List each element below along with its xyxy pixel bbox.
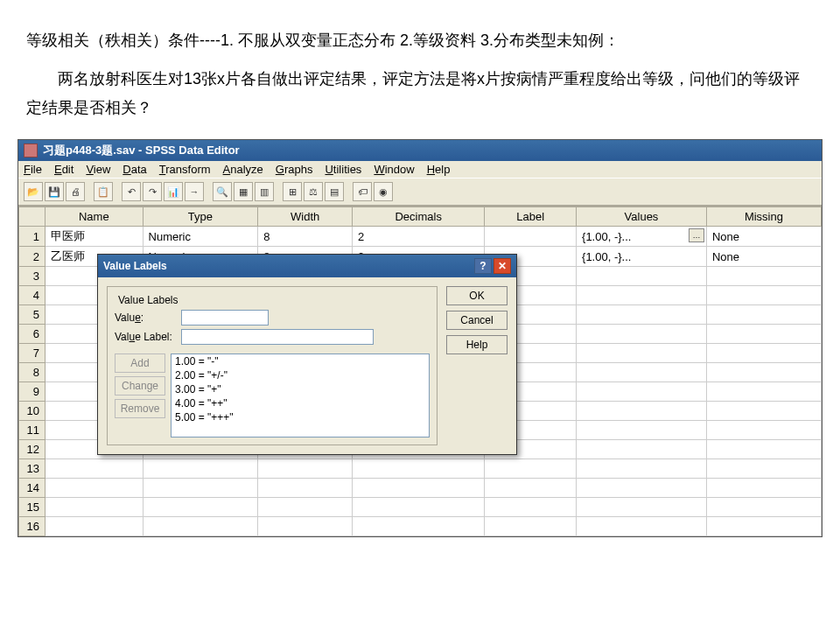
- remove-button[interactable]: Remove: [115, 399, 165, 418]
- row-header[interactable]: 5: [19, 305, 46, 325]
- row-header[interactable]: 4: [19, 286, 46, 305]
- col-decimals[interactable]: Decimals: [353, 207, 485, 227]
- cell-missing[interactable]: None: [706, 227, 821, 247]
- cell-decimals[interactable]: 2: [353, 227, 485, 247]
- cancel-button[interactable]: Cancel: [446, 311, 508, 330]
- row-header[interactable]: 2: [19, 247, 46, 267]
- value-label: Value:: [115, 312, 176, 324]
- ok-button[interactable]: OK: [446, 286, 508, 305]
- menu-file[interactable]: FFileile: [24, 163, 42, 176]
- save-icon[interactable]: 💾: [45, 182, 64, 201]
- menu-analyze[interactable]: Analyze: [223, 163, 263, 176]
- row-header[interactable]: 12: [19, 440, 46, 459]
- list-item[interactable]: 3.00 = "+": [172, 382, 429, 396]
- split-icon[interactable]: ⊞: [283, 182, 302, 201]
- col-name[interactable]: Name: [46, 207, 144, 227]
- list-item[interactable]: 4.00 = "++": [172, 396, 429, 410]
- spss-window: 习题p448-3题.sav - SPSS Data Editor FFileil…: [18, 139, 822, 537]
- list-item[interactable]: 1.00 = "-": [172, 354, 429, 368]
- cell-values[interactable]: {1.00, -}...…: [577, 227, 707, 247]
- row-header[interactable]: 13: [19, 459, 46, 479]
- cell-label[interactable]: [485, 227, 577, 247]
- insert-var-icon[interactable]: ▥: [255, 182, 274, 201]
- redo-icon[interactable]: ↷: [143, 182, 162, 201]
- chart-icon[interactable]: 📊: [164, 182, 183, 201]
- row-header[interactable]: 7: [19, 344, 46, 363]
- help-button[interactable]: Help: [446, 335, 508, 354]
- menubar[interactable]: FFileile Edit View Data Transform Analyz…: [18, 161, 822, 178]
- menu-transform[interactable]: Transform: [159, 163, 211, 176]
- list-item[interactable]: 5.00 = "+++": [172, 410, 429, 424]
- col-type[interactable]: Type: [143, 207, 258, 227]
- row-header[interactable]: 3: [19, 267, 46, 286]
- dialog-help-icon[interactable]: ?: [474, 258, 492, 274]
- toolbar: 📂 💾 🖨 📋 ↶ ↷ 📊 → 🔍 ▦ ▥ ⊞ ⚖ ▤ 🏷 ◉: [18, 178, 822, 206]
- row-header[interactable]: 16: [19, 517, 46, 536]
- cell-name[interactable]: 甲医师: [46, 227, 144, 247]
- change-button[interactable]: Change: [115, 376, 165, 396]
- corner-cell: [19, 207, 46, 227]
- undo-icon[interactable]: ↶: [122, 182, 141, 201]
- col-values[interactable]: Values: [577, 207, 707, 227]
- goto-icon[interactable]: →: [185, 182, 204, 201]
- menu-edit[interactable]: Edit: [54, 163, 74, 176]
- dialog-recall-icon[interactable]: 📋: [94, 182, 113, 201]
- row-header[interactable]: 1: [19, 227, 46, 247]
- dialog-title: Value Labels: [103, 260, 167, 272]
- add-button[interactable]: Add: [115, 354, 165, 373]
- app-icon: [24, 144, 38, 158]
- row-header[interactable]: 8: [19, 363, 46, 382]
- values-ellipsis-button[interactable]: …: [689, 228, 704, 242]
- cell-width[interactable]: 8: [258, 227, 353, 247]
- open-icon[interactable]: 📂: [24, 182, 43, 201]
- menu-graphs[interactable]: Graphs: [276, 163, 313, 176]
- intro-paragraph-1: 等级相关（秩相关）条件----1. 不服从双变量正态分布 2.等级资料 3.分布…: [26, 26, 814, 54]
- intro-paragraph-2: 两名放射科医生对13张x片各自做出评定结果，评定方法是将x片按病情严重程度给出等…: [26, 65, 814, 122]
- print-icon[interactable]: 🖨: [66, 182, 85, 201]
- row-header[interactable]: 14: [19, 479, 46, 498]
- insert-case-icon[interactable]: ▦: [234, 182, 253, 201]
- row-header[interactable]: 11: [19, 421, 46, 440]
- cell-missing[interactable]: None: [706, 247, 821, 267]
- cell-values[interactable]: {1.00, -}...: [577, 247, 707, 267]
- row-header[interactable]: 9: [19, 382, 46, 402]
- find-icon[interactable]: 🔍: [213, 182, 232, 201]
- value-listbox[interactable]: 1.00 = "-"2.00 = "+/-"3.00 = "+"4.00 = "…: [171, 354, 430, 438]
- groupbox-label: Value Labels: [115, 294, 182, 306]
- row-header[interactable]: 6: [19, 325, 46, 344]
- col-label[interactable]: Label: [485, 207, 577, 227]
- close-icon[interactable]: ✕: [494, 258, 511, 274]
- value-input[interactable]: [181, 310, 269, 326]
- row-header[interactable]: 15: [19, 498, 46, 517]
- select-icon[interactable]: ▤: [325, 182, 344, 201]
- valuelabel-label: Value Label:: [115, 331, 176, 343]
- weight-icon[interactable]: ⚖: [304, 182, 323, 201]
- menu-data[interactable]: Data: [122, 163, 146, 176]
- menu-utilities[interactable]: Utilities: [325, 163, 361, 176]
- menu-help[interactable]: Help: [427, 163, 451, 176]
- menu-window[interactable]: Window: [374, 163, 414, 176]
- cell-type[interactable]: Numeric: [143, 227, 258, 247]
- value-labels-dialog: Value Labels ? ✕ Value Labels Value: Val…: [97, 254, 517, 455]
- titlebar: 习题p448-3题.sav - SPSS Data Editor: [18, 140, 822, 161]
- use-sets-icon[interactable]: ◉: [374, 182, 393, 201]
- menu-view[interactable]: View: [86, 163, 110, 176]
- row-header[interactable]: 10: [19, 402, 46, 421]
- list-item[interactable]: 2.00 = "+/-": [172, 368, 429, 382]
- value-labels-icon[interactable]: 🏷: [353, 182, 372, 201]
- col-width[interactable]: Width: [258, 207, 353, 227]
- valuelabel-input[interactable]: [181, 329, 374, 345]
- col-missing[interactable]: Missing: [706, 207, 821, 227]
- window-title: 习题p448-3题.sav - SPSS Data Editor: [43, 143, 240, 158]
